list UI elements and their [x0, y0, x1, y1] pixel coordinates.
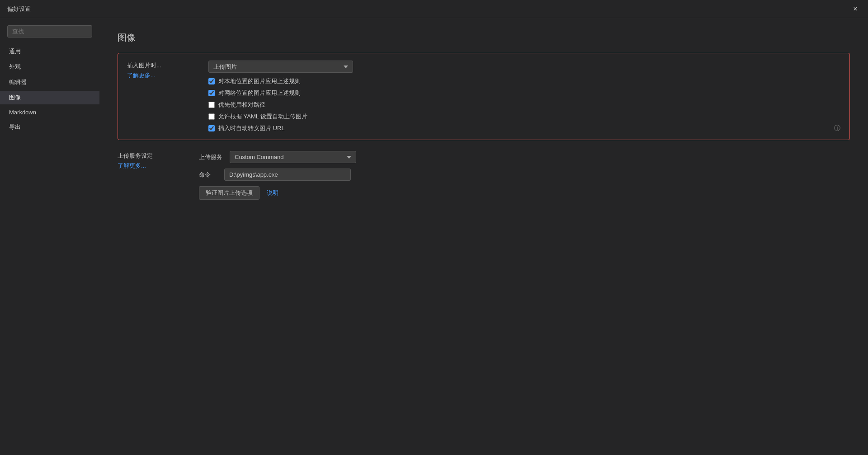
service-row: 上传服务 Custom Command SM.MS GitHub Gitee S…	[199, 151, 850, 163]
close-button[interactable]: ×	[850, 4, 861, 14]
insert-image-section: 插入图片时... 了解更多... 上传图片 复制图片 无操作 对本地位置的图片应…	[118, 53, 850, 140]
checkbox-local[interactable]: 对本地位置的图片应用上述规则	[208, 77, 825, 85]
verify-row: 验证图片上传选项 说明	[199, 186, 850, 200]
sidebar-item-image[interactable]: 图像	[0, 91, 99, 104]
title-bar: 偏好设置 ×	[0, 0, 868, 18]
checkbox-relative[interactable]: 优先使用相对路径	[208, 101, 825, 109]
upload-controls: 上传服务 Custom Command SM.MS GitHub Gitee S…	[199, 151, 850, 200]
insert-controls: 上传图片 复制图片 无操作 对本地位置的图片应用上述规则 对网络位置的图片应用上…	[208, 61, 825, 132]
preferences-window: 偏好设置 × 通用 外观 编辑器 图像 Markdown	[0, 0, 868, 455]
upload-label: 上传服务设定	[118, 152, 190, 160]
checkbox-yaml[interactable]: 允许根据 YAML 设置自动上传图片	[208, 113, 825, 121]
sidebar: 通用 外观 编辑器 图像 Markdown 导出	[0, 18, 99, 455]
service-label: 上传服务	[199, 153, 222, 161]
command-label: 命令	[199, 171, 217, 179]
description-link[interactable]: 说明	[267, 189, 278, 197]
upload-service-section: 上传服务设定 了解更多... 上传服务 Custom Command SM.MS…	[118, 151, 850, 200]
checkbox-local-input[interactable]	[208, 78, 215, 84]
search-input[interactable]	[7, 25, 92, 38]
window-body: 通用 外观 编辑器 图像 Markdown 导出 图像	[0, 18, 868, 455]
main-content: 图像 插入图片时... 了解更多... 上传图片 复制图片 无操作	[99, 18, 868, 455]
verify-button[interactable]: 验证图片上传选项	[199, 186, 259, 200]
checkbox-relative-input[interactable]	[208, 102, 215, 108]
window-title: 偏好设置	[7, 5, 31, 13]
info-icon[interactable]: ⓘ	[834, 124, 840, 132]
sidebar-item-editor[interactable]: 编辑器	[0, 75, 99, 89]
command-input[interactable]	[224, 169, 351, 181]
checkbox-autourl-input[interactable]	[208, 125, 215, 131]
checkbox-autourl[interactable]: 插入时自动转义图片 URL	[208, 124, 825, 132]
upload-learn-more-link[interactable]: 了解更多...	[118, 162, 190, 170]
insert-label: 插入图片时...	[127, 61, 199, 70]
checkbox-yaml-input[interactable]	[208, 113, 215, 120]
search-box	[7, 25, 92, 38]
section-title: 图像	[118, 32, 850, 44]
sidebar-item-markdown[interactable]: Markdown	[0, 106, 99, 118]
command-row: 命令	[199, 169, 850, 181]
sidebar-item-export[interactable]: 导出	[0, 120, 99, 134]
checkbox-network-input[interactable]	[208, 90, 215, 96]
title-bar-controls: ×	[850, 4, 861, 14]
insert-label-col: 插入图片时... 了解更多...	[127, 61, 199, 132]
sidebar-item-appearance[interactable]: 外观	[0, 60, 99, 74]
insert-learn-more-link[interactable]: 了解更多...	[127, 71, 199, 80]
insert-action-dropdown[interactable]: 上传图片 复制图片 无操作	[208, 61, 353, 73]
sidebar-item-general[interactable]: 通用	[0, 45, 99, 58]
upload-label-col: 上传服务设定 了解更多...	[118, 151, 190, 200]
service-dropdown[interactable]: Custom Command SM.MS GitHub Gitee S3 OSS	[230, 151, 356, 163]
checkbox-group: 对本地位置的图片应用上述规则 对网络位置的图片应用上述规则 优先使用相对路径	[208, 77, 825, 132]
checkbox-network[interactable]: 对网络位置的图片应用上述规则	[208, 89, 825, 97]
